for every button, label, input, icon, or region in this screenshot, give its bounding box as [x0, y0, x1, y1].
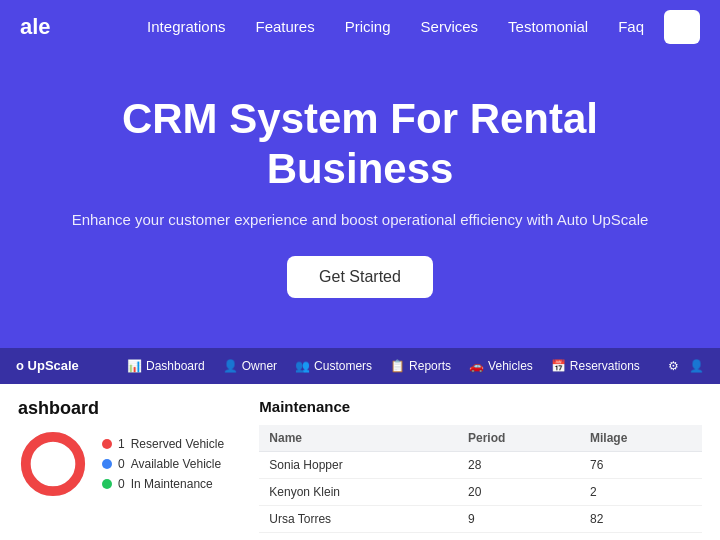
cell-name: Ursa Torres [259, 505, 458, 532]
dashbar-customers[interactable]: 👥 Customers [295, 359, 372, 373]
dashboard-content: ashboard 1 Reserved Vehicle 0 [0, 384, 720, 540]
legend-reserved: 1 Reserved Vehicle [102, 437, 224, 451]
dashboard-title: ashboard [18, 398, 239, 419]
user-icon[interactable]: 👤 [689, 359, 704, 373]
cell-period: 9 [458, 505, 580, 532]
dashboard-left: ashboard 1 Reserved Vehicle 0 [18, 398, 239, 540]
dashboard-bar: o UpScale 📊 Dashboard 👤 Owner 👥 Customer… [0, 348, 720, 384]
nav-item-faq[interactable]: Faq [618, 18, 644, 36]
menu-button[interactable] [664, 10, 700, 44]
col-name: Name [259, 425, 458, 452]
dashbar-settings: ⚙ 👤 [668, 359, 704, 373]
legend-reserved-label: Reserved Vehicle [131, 437, 224, 451]
legend-maintenance-count: 0 [118, 477, 125, 491]
legend-available-count: 0 [118, 457, 125, 471]
legend-available-label: Available Vehicle [131, 457, 222, 471]
dashbar-reports[interactable]: 📋 Reports [390, 359, 451, 373]
nav-item-services[interactable]: Services [421, 18, 479, 36]
navbar: ale Integrations Features Pricing Servic… [0, 0, 720, 54]
table-row: Sonia Hopper 28 76 [259, 451, 702, 478]
legend-reserved-count: 1 [118, 437, 125, 451]
cell-period: 28 [458, 451, 580, 478]
cell-period: 20 [458, 478, 580, 505]
cell-milage: 82 [580, 505, 702, 532]
hero-title: CRM System For Rental Business [20, 94, 700, 195]
hero-section: CRM System For Rental Business Enhance y… [0, 54, 720, 348]
legend-available: 0 Available Vehicle [102, 457, 224, 471]
cell-milage: 2 [580, 478, 702, 505]
maintenance-table: Name Period Milage Sonia Hopper 28 76 Ke… [259, 425, 702, 533]
legend-maintenance-label: In Maintenance [131, 477, 213, 491]
dashbar-owner[interactable]: 👤 Owner [223, 359, 277, 373]
dashbar-brand: o UpScale [16, 358, 79, 373]
cell-name: Sonia Hopper [259, 451, 458, 478]
nav-item-testimonial[interactable]: Testomonial [508, 18, 588, 36]
dashbar-dashboard[interactable]: 📊 Dashboard [127, 359, 205, 373]
hero-subtitle: Enhance your customer experience and boo… [20, 211, 700, 228]
legend-maintenance: 0 In Maintenance [102, 477, 224, 491]
table-row: Kenyon Klein 20 2 [259, 478, 702, 505]
donut-chart [18, 429, 88, 499]
dashbar-reservations[interactable]: 📅 Reservations [551, 359, 640, 373]
dashbar-vehicles[interactable]: 🚗 Vehicles [469, 359, 533, 373]
dashbar-nav: 📊 Dashboard 👤 Owner 👥 Customers 📋 Report… [99, 359, 668, 373]
col-period: Period [458, 425, 580, 452]
cell-name: Kenyon Klein [259, 478, 458, 505]
svg-point-2 [36, 446, 71, 481]
maintenance-title: Maintenance [259, 398, 702, 415]
nav-item-features[interactable]: Features [256, 18, 315, 36]
table-header-row: Name Period Milage [259, 425, 702, 452]
chart-legend: 1 Reserved Vehicle 0 Available Vehicle 0… [102, 437, 224, 491]
table-row: Ursa Torres 9 82 [259, 505, 702, 532]
brand-logo: ale [20, 14, 51, 40]
chart-section: 1 Reserved Vehicle 0 Available Vehicle 0… [18, 429, 239, 499]
cell-milage: 76 [580, 451, 702, 478]
dashboard-right: Maintenance Name Period Milage Sonia Hop… [259, 398, 702, 540]
nav-item-integrations[interactable]: Integrations [147, 18, 225, 36]
col-milage: Milage [580, 425, 702, 452]
nav-links: Integrations Features Pricing Services T… [147, 18, 644, 36]
get-started-button[interactable]: Get Started [287, 256, 433, 298]
settings-icon[interactable]: ⚙ [668, 359, 679, 373]
nav-item-pricing[interactable]: Pricing [345, 18, 391, 36]
